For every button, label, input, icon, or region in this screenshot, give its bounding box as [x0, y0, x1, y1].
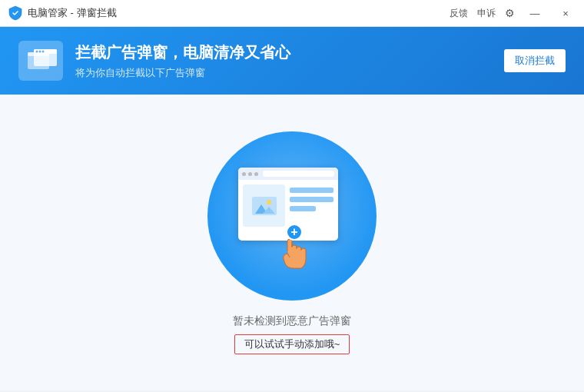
- svg-point-6: [42, 51, 45, 53]
- title-bar-actions: 反馈 申诉 ⚙ — ×: [450, 2, 576, 24]
- browser-image-placeholder: [243, 184, 285, 227]
- window-title: 电脑管家 - 弹窗拦截: [28, 6, 450, 20]
- mountain-icon: [252, 197, 277, 215]
- status-text: 暂未检测到恶意广告弹窗: [233, 314, 351, 328]
- minimize-button[interactable]: —: [524, 2, 546, 24]
- browser-line-2: [290, 197, 333, 202]
- cancel-intercept-button[interactable]: 取消拦截: [504, 49, 566, 72]
- circle-illustration: +: [207, 131, 377, 301]
- svg-point-4: [36, 51, 38, 53]
- header-main-title: 拦截广告弹窗，电脑清净又省心: [75, 42, 492, 63]
- svg-point-5: [39, 51, 41, 53]
- browser-text-lines: [290, 184, 333, 227]
- plus-badge: +: [286, 224, 303, 241]
- close-button[interactable]: ×: [555, 2, 576, 24]
- main-content: + 暂未检测到恶意广告弹窗 可以试试手动添加哦~: [0, 95, 584, 390]
- browser-body: [238, 180, 338, 231]
- hand-cursor-area: +: [277, 230, 317, 279]
- app-logo-icon: [8, 5, 23, 21]
- popup-block-icon: [26, 48, 55, 74]
- manual-add-button[interactable]: 可以试试手动添加哦~: [234, 334, 350, 354]
- browser-line-1: [290, 188, 333, 193]
- report-link[interactable]: 申诉: [477, 7, 496, 20]
- settings-icon[interactable]: ⚙: [505, 7, 515, 19]
- svg-point-8: [267, 200, 271, 204]
- header-banner: 拦截广告弹窗，电脑清净又省心 将为你自动拦截以下广告弹窗 取消拦截: [0, 27, 584, 95]
- header-text: 拦截广告弹窗，电脑清净又省心 将为你自动拦截以下广告弹窗: [75, 42, 492, 80]
- browser-line-3: [290, 206, 316, 211]
- browser-dot-1: [242, 172, 246, 176]
- title-bar: 电脑管家 - 弹窗拦截 反馈 申诉 ⚙ — ×: [0, 0, 584, 27]
- browser-dot-2: [248, 172, 252, 176]
- header-subtitle: 将为你自动拦截以下广告弹窗: [75, 66, 492, 80]
- browser-topbar: [238, 168, 338, 180]
- feedback-link[interactable]: 反馈: [450, 7, 468, 20]
- browser-dot-3: [254, 172, 258, 176]
- browser-urlbar: [263, 171, 334, 177]
- header-icon-box: [18, 41, 63, 81]
